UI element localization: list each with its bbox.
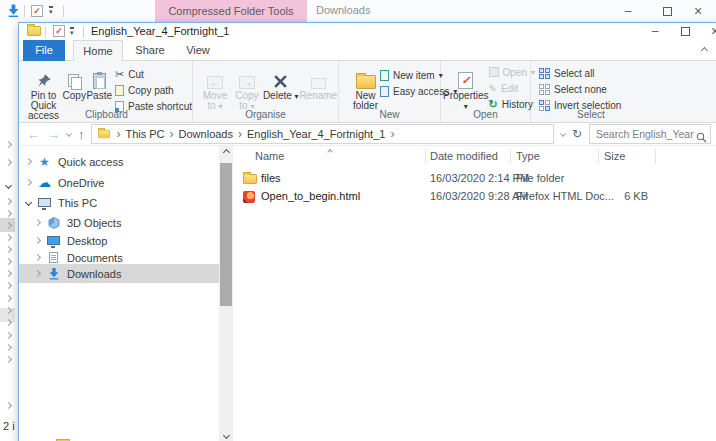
close-button[interactable]: ×	[699, 20, 716, 42]
chevron-right-icon[interactable]	[25, 158, 32, 165]
address-dropdown-icon[interactable]	[560, 131, 566, 137]
copy-to-button[interactable]: → Copy to ▾	[231, 61, 263, 112]
main-area: ★ Quick access ☁ OneDrive This PC 3D Obj…	[19, 146, 716, 441]
new-item-icon	[380, 70, 389, 81]
tree-chevron-icon[interactable]	[5, 270, 12, 277]
file-name[interactable]: files	[261, 172, 281, 184]
history-icon: ↻	[489, 99, 498, 110]
tab-file[interactable]: File	[23, 40, 65, 61]
forward-button[interactable]: →	[47, 128, 60, 141]
chevron-right-icon[interactable]	[25, 179, 32, 186]
ribbon-tools-tab[interactable]: Compressed Folder Tools	[155, 0, 307, 22]
table-row[interactable]: files 16/03/2020 2:14 PM File folder	[233, 170, 716, 188]
move-to-button[interactable]: ← Move to ▾	[199, 61, 231, 112]
column-divider[interactable]	[510, 149, 511, 164]
tree-chevron-icon[interactable]	[5, 402, 12, 409]
recent-locations-icon[interactable]	[66, 131, 72, 137]
navigation-scrollbar[interactable]	[219, 146, 233, 441]
select-all-button[interactable]: Select all	[539, 65, 651, 81]
column-divider[interactable]	[598, 149, 599, 164]
chevron-right-icon[interactable]	[34, 237, 41, 244]
sidebar-item-3d-objects[interactable]: 3D Objects	[19, 213, 219, 232]
copy-path-button[interactable]: Copy path	[115, 82, 192, 98]
column-header-date-modified[interactable]: Date modified	[430, 150, 498, 162]
scrollbar-thumb[interactable]	[220, 163, 232, 306]
maximize-button[interactable]	[669, 20, 701, 42]
ribbon: Pin to Quick access Copy Paste ✂ Cut	[19, 61, 716, 123]
tree-chevron-icon[interactable]	[5, 258, 12, 265]
refresh-icon[interactable]: ↻	[572, 127, 582, 141]
chevron-right-icon[interactable]	[34, 270, 41, 277]
sidebar-item-onedrive[interactable]: ☁ OneDrive	[19, 173, 219, 192]
maximize-button[interactable]	[651, 0, 683, 22]
tree-chevron-icon[interactable]	[5, 282, 12, 289]
open-button[interactable]: Open ▾	[489, 64, 535, 80]
collapse-ribbon-icon[interactable]	[701, 47, 708, 54]
minimize-button[interactable]: –	[639, 20, 671, 42]
minimize-button[interactable]: –	[612, 0, 644, 22]
column-header-name[interactable]: Name	[255, 150, 284, 162]
move-to-icon: ←	[207, 65, 223, 89]
tab-share[interactable]: Share	[127, 40, 173, 61]
breadcrumb-current-folder[interactable]: English_Year_4_Fortnight_1	[247, 128, 385, 140]
tab-view[interactable]: View	[177, 40, 219, 61]
chevron-right-icon[interactable]	[34, 219, 41, 226]
tree-chevron-icon[interactable]	[5, 344, 12, 351]
breadcrumb-this-pc[interactable]: This PC	[125, 128, 164, 140]
back-button[interactable]: ←	[27, 128, 40, 141]
scroll-down-icon[interactable]	[219, 429, 233, 441]
maximize-icon	[681, 27, 690, 36]
button-label: Copy path	[128, 85, 174, 96]
select-none-button[interactable]: Select none	[539, 81, 651, 97]
column-divider[interactable]	[655, 149, 656, 164]
tree-chevron-icon[interactable]	[5, 182, 12, 189]
search-input[interactable]	[589, 124, 711, 144]
chevron-down-icon[interactable]	[25, 199, 32, 206]
column-header-type[interactable]: Type	[516, 150, 540, 162]
properties-button[interactable]: ✓ Properties ▾	[443, 61, 489, 112]
tree-chevron-icon[interactable]	[5, 295, 12, 302]
paste-button[interactable]: Paste	[86, 61, 112, 101]
tree-chevron-icon[interactable]	[5, 159, 12, 166]
tree-chevron-icon[interactable]	[5, 234, 12, 241]
customize-toolbar-icon[interactable]: ▾	[49, 6, 53, 15]
scroll-up-icon[interactable]	[219, 146, 233, 159]
new-folder-button[interactable]: New folder	[353, 61, 378, 111]
tree-chevron-icon[interactable]	[5, 332, 12, 339]
rename-button[interactable]: Rename	[299, 61, 338, 101]
tree-chevron-icon[interactable]	[5, 246, 12, 253]
sidebar-item-quick-access[interactable]: ★ Quick access	[19, 152, 219, 171]
tab-home[interactable]: Home	[73, 40, 123, 62]
column-header-size[interactable]: Size	[604, 150, 625, 162]
button-label: Rename	[299, 91, 337, 101]
cloud-icon: ☁	[38, 176, 51, 189]
chevron-right-icon[interactable]	[34, 254, 41, 261]
breadcrumb-downloads[interactable]: Downloads	[179, 128, 233, 140]
tree-chevron-icon[interactable]	[5, 210, 12, 217]
sidebar-item-label: Downloads	[67, 268, 121, 280]
breadcrumb[interactable]: › This PC › Downloads › English_Year_4_F…	[91, 124, 554, 144]
tree-chevron-icon[interactable]	[5, 356, 12, 363]
file-date: 16/03/2020 9:28 AM	[430, 190, 528, 202]
column-divider[interactable]	[425, 149, 426, 164]
sidebar-item-downloads[interactable]: Downloads	[19, 264, 219, 283]
properties-quickaccess-icon[interactable]: ✓	[53, 25, 65, 37]
edit-button[interactable]: ✎ Edit	[489, 80, 535, 96]
divider	[24, 5, 25, 17]
file-name[interactable]: Open_to_begin.html	[261, 190, 360, 202]
new-folder-icon	[356, 65, 376, 89]
button-label: Edit	[501, 83, 518, 94]
customize-toolbar-icon[interactable]: ▾	[70, 27, 74, 36]
cut-button[interactable]: ✂ Cut	[115, 66, 192, 82]
up-button[interactable]: ↑	[78, 128, 85, 141]
divider	[63, 5, 64, 17]
copy-button[interactable]: Copy	[62, 61, 86, 101]
tree-chevron-icon[interactable]	[5, 141, 12, 148]
close-button[interactable]: ×	[682, 0, 714, 22]
tree-chevron-icon[interactable]	[5, 198, 12, 205]
delete-button[interactable]: Delete ▾	[263, 61, 299, 102]
properties-quickaccess-icon[interactable]: ✓	[31, 5, 43, 17]
search-box	[589, 124, 711, 144]
table-row[interactable]: Open_to_begin.html 16/03/2020 9:28 AM Fi…	[233, 188, 716, 206]
sidebar-item-this-pc[interactable]: This PC	[19, 193, 219, 212]
